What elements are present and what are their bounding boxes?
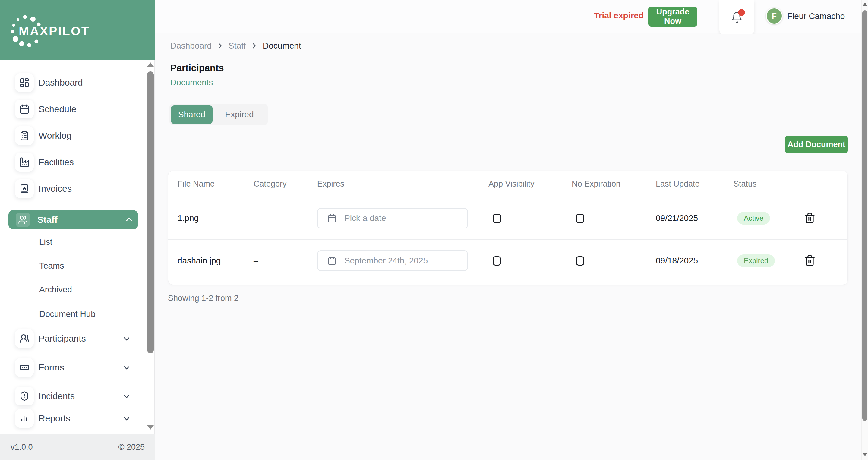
calendar-icon: [328, 214, 337, 223]
sidebar-item-reports[interactable]: Reports: [0, 405, 155, 432]
chevron-down-icon: [122, 414, 131, 423]
brand-logo-block: MAXPILOT: [0, 0, 155, 60]
bell-icon: [731, 11, 743, 24]
sidebar-item-invoices[interactable]: Invoices: [0, 176, 155, 202]
chevron-down-icon: [122, 392, 131, 401]
people-icon: [15, 329, 34, 348]
delete-button[interactable]: [804, 254, 847, 267]
sidebar-item-facilities[interactable]: Facilities: [0, 149, 155, 176]
user-name: Fleur Camacho: [787, 11, 845, 21]
col-no-expiration: No Expiration: [571, 179, 656, 189]
sidebar-item-forms[interactable]: Forms: [0, 354, 155, 381]
table-row: dashain.jpg – September 24th, 2025 09/18…: [168, 240, 847, 282]
sidebar: MAXPILOT Dashboard Schedule Worklog Faci…: [0, 0, 155, 460]
page-scrollbar-thumb[interactable]: [862, 10, 867, 421]
tab-expired[interactable]: Expired: [213, 105, 266, 124]
category-cell: –: [253, 213, 317, 223]
sidebar-item-label: Worklog: [39, 130, 71, 141]
col-app-visibility: App Visibility: [489, 179, 571, 189]
chevron-down-icon: [122, 363, 131, 372]
main-panel: Dashboard Staff Document Participants Do…: [155, 34, 861, 460]
app-version: v1.0.0: [10, 442, 33, 452]
chevron-right-icon: [251, 42, 258, 50]
col-file-name: File Name: [178, 179, 253, 189]
scroll-up-arrow-icon[interactable]: [147, 62, 154, 67]
sidebar-footer: v1.0.0 © 2025: [0, 434, 155, 460]
col-category: Category: [253, 179, 317, 189]
avatar[interactable]: F: [766, 7, 783, 24]
form-field-icon: [15, 358, 34, 377]
documents-link[interactable]: Documents: [170, 78, 213, 87]
breadcrumb: Dashboard Staff Document: [170, 41, 301, 51]
app-visibility-checkbox[interactable]: [493, 214, 501, 223]
calendar-icon: [328, 256, 337, 265]
notifications-button[interactable]: [719, 0, 754, 35]
copyright: © 2025: [119, 442, 145, 452]
sidebar-subitem-list[interactable]: List: [0, 233, 145, 251]
sidebar-item-label: Forms: [39, 362, 64, 373]
book-icon: [15, 179, 34, 198]
trash-icon: [804, 254, 815, 267]
category-cell: –: [253, 256, 317, 266]
delete-button[interactable]: [804, 212, 847, 225]
no-expiration-checkbox[interactable]: [576, 214, 584, 223]
pagination-summary: Showing 1-2 from 2: [168, 294, 239, 303]
sidebar-item-label: Incidents: [39, 391, 75, 401]
add-document-button[interactable]: Add Document: [785, 136, 848, 153]
sidebar-item-label: Staff: [37, 215, 58, 225]
breadcrumb-staff[interactable]: Staff: [228, 41, 246, 51]
documents-table: File Name Category Expires App Visibilit…: [168, 171, 848, 285]
expires-date-picker[interactable]: September 24th, 2025: [317, 250, 468, 271]
status-badge: Active: [737, 212, 770, 224]
expires-date-picker[interactable]: Pick a date: [317, 208, 468, 228]
sidebar-item-dashboard[interactable]: Dashboard: [0, 69, 155, 96]
col-status: Status: [734, 179, 803, 189]
sidebar-item-staff[interactable]: Staff: [8, 210, 138, 229]
dashboard-icon: [15, 73, 34, 92]
sidebar-item-label: Reports: [39, 413, 70, 424]
calendar-icon: [15, 100, 34, 119]
trash-icon: [804, 212, 815, 225]
sidebar-item-worklog[interactable]: Worklog: [0, 122, 155, 149]
sidebar-subitem-teams[interactable]: Teams: [0, 257, 145, 275]
chevron-down-icon: [122, 334, 131, 343]
sidebar-scrollbar-thumb[interactable]: [147, 71, 154, 353]
sidebar-subitem-archived[interactable]: Archived: [0, 281, 145, 299]
page-scrollbar[interactable]: [861, 0, 868, 460]
scroll-up-arrow-icon[interactable]: [863, 2, 867, 6]
date-value: September 24th, 2025: [344, 256, 428, 266]
shield-alert-icon: [15, 387, 34, 405]
sidebar-item-schedule[interactable]: Schedule: [0, 96, 155, 122]
chevron-right-icon: [216, 42, 224, 50]
scroll-down-arrow-icon[interactable]: [147, 425, 154, 430]
tab-group: Shared Expired: [169, 104, 268, 125]
page-title: Participants: [170, 63, 224, 73]
status-badge: Expired: [737, 254, 775, 267]
sidebar-scrollbar[interactable]: [147, 60, 154, 434]
no-expiration-checkbox[interactable]: [576, 256, 584, 266]
breadcrumb-dashboard[interactable]: Dashboard: [170, 41, 212, 51]
factory-icon: [15, 153, 34, 172]
users-icon: [16, 213, 30, 227]
notification-dot: [738, 9, 745, 16]
bar-chart-icon: [15, 409, 34, 428]
upgrade-now-button[interactable]: Upgrade Now: [648, 7, 698, 27]
sidebar-item-label: Dashboard: [39, 78, 83, 88]
table-header-row: File Name Category Expires App Visibilit…: [168, 171, 847, 197]
sidebar-item-label: Invoices: [39, 184, 72, 194]
sidebar-item-label: Participants: [39, 333, 86, 344]
sidebar-subitem-document-hub[interactable]: Document Hub: [0, 305, 145, 323]
sidebar-item-participants[interactable]: Participants: [0, 325, 155, 352]
trial-expired-text: Trial expired: [594, 11, 644, 21]
sidebar-item-label: Schedule: [39, 104, 76, 114]
top-header: Trial expired Upgrade Now F Fleur Camach…: [155, 0, 861, 33]
app-visibility-checkbox[interactable]: [493, 256, 501, 266]
content-area: Trial expired Upgrade Now F Fleur Camach…: [155, 0, 861, 460]
chevron-up-icon: [125, 215, 133, 224]
tab-shared[interactable]: Shared: [171, 105, 213, 124]
date-placeholder: Pick a date: [344, 213, 386, 223]
sidebar-item-label: Facilities: [39, 157, 74, 167]
scroll-down-arrow-icon[interactable]: [863, 453, 867, 456]
last-update-cell: 09/21/2025: [656, 213, 734, 223]
col-expires: Expires: [317, 179, 489, 189]
